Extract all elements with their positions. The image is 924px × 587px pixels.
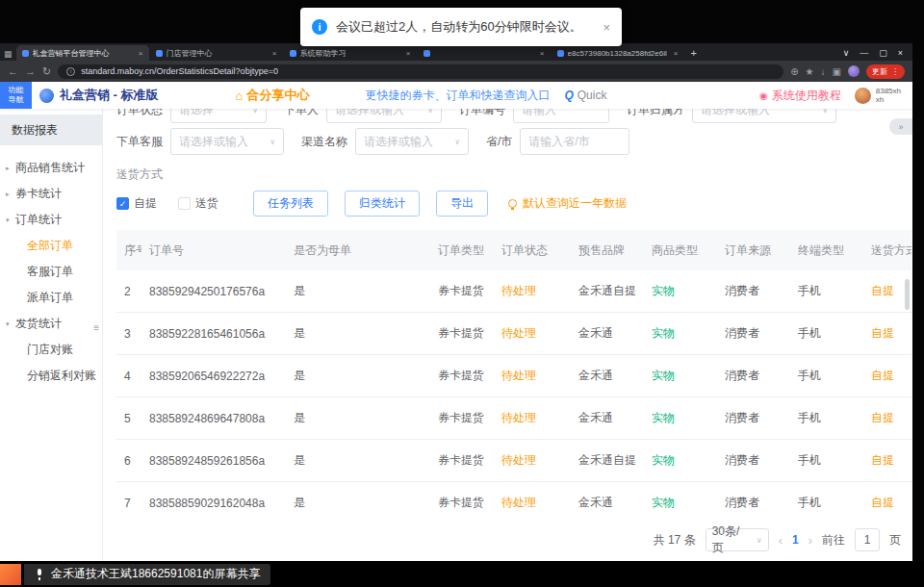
sidebar-collapse-icon[interactable]: ≡: [93, 322, 99, 333]
filter-input[interactable]: 请输入省/市: [520, 128, 629, 155]
filter-label: 下单客服: [116, 134, 163, 150]
sidebar-item[interactable]: 客服订单: [0, 259, 102, 285]
filter-select[interactable]: 请选择或输入∨: [692, 109, 836, 123]
sidebar-item[interactable]: 派单订单: [0, 285, 102, 311]
table-row[interactable]: 283859294250176576a是券卡提货待处理金禾通自提实物消费者手机自…: [116, 270, 911, 313]
filter-select[interactable]: 请选择或输入∨: [170, 128, 284, 155]
toast-close-icon[interactable]: ×: [603, 20, 610, 35]
goto-label: 前往: [822, 532, 845, 549]
screen: i 会议已超过2人，自动转为60分钟限时会议。 × ▦ 礼盒营销平台管理中心×门…: [0, 0, 924, 587]
table-row[interactable]: 383859228165461056a是券卡提货待处理金禾通实物消费者手机自提: [116, 313, 911, 355]
filter-select[interactable]: 请选择∨: [170, 109, 267, 123]
sidebar-item[interactable]: 全部订单: [0, 233, 102, 259]
table-row[interactable]: 483859206546922272a是券卡提货待处理金禾通实物消费者手机自提: [116, 355, 911, 397]
forward-icon[interactable]: →: [25, 65, 36, 77]
placeholder-text: 请选择或输入: [364, 134, 433, 150]
delivery-checkbox[interactable]: 送货: [178, 195, 218, 212]
function-nav-toggle[interactable]: 功能 导航: [0, 82, 32, 109]
goto-unit: 页: [889, 532, 901, 549]
browser-tab[interactable]: 礼盒营销平台管理中心×: [16, 45, 149, 61]
update-button[interactable]: 更新 ⋮: [866, 64, 905, 79]
table-cell: 是: [286, 283, 430, 299]
table-row[interactable]: 783858859029162048a是券卡提货待处理金禾通实物消费者手机自提: [116, 482, 911, 517]
filter-select[interactable]: 请选择或输入∨: [326, 109, 442, 123]
filter-label: 订单状态: [116, 109, 163, 118]
table-row[interactable]: 683858924859261856a是券卡提货待处理金禾通自提实物消费者手机自…: [116, 440, 911, 482]
action-button[interactable]: 归类统计: [345, 191, 420, 217]
column-header: 终端类型: [790, 242, 863, 259]
window-close-icon[interactable]: ×: [898, 48, 903, 58]
sidebar-item[interactable]: ▾发货统计: [0, 311, 102, 337]
prev-page-icon[interactable]: ‹: [779, 533, 783, 548]
table-cell: 金禾通自提: [571, 283, 644, 299]
user-menu[interactable]: 8385xh xh: [855, 87, 901, 104]
share-center-icon: ⌂: [236, 89, 244, 103]
profile-avatar[interactable]: [848, 65, 860, 77]
share-page-icon[interactable]: ⊕: [790, 66, 798, 77]
tab-close-icon[interactable]: ×: [139, 49, 143, 58]
share-center-link[interactable]: ⌂ 合分享中心: [236, 87, 310, 104]
table-cell: 2: [116, 285, 141, 298]
microphone-icon: [35, 569, 44, 580]
page-size-select[interactable]: 30条/页 ∨: [706, 528, 769, 551]
filter-label: 订单归属方: [627, 109, 684, 118]
current-page[interactable]: 1: [792, 533, 799, 547]
share-avatar: [0, 564, 21, 585]
next-page-icon[interactable]: ›: [808, 533, 812, 548]
filter-input[interactable]: 请输入: [513, 109, 609, 123]
site-info-icon[interactable]: i: [66, 67, 75, 76]
extensions-icon[interactable]: ▣: [833, 66, 841, 77]
tab-close-icon[interactable]: ×: [540, 49, 545, 58]
delivery-options: ✓自提送货: [116, 195, 240, 212]
sidebar-item[interactable]: ▸券卡统计: [0, 181, 102, 207]
table-cell: 83859206546922272a: [141, 370, 286, 383]
chevron-icon: ▾: [6, 217, 15, 224]
sidebar-item[interactable]: 分销返利对账: [0, 363, 102, 389]
chevron-down-icon: ∨: [427, 109, 433, 115]
filter-label: 订单编号: [459, 109, 505, 118]
bookmark-star-icon[interactable]: ★: [806, 66, 814, 77]
browser-tab[interactable]: e8c573980b1328a258fd2e6il×: [552, 45, 684, 61]
download-icon[interactable]: ↓: [821, 66, 826, 77]
table-cell: 是: [286, 410, 430, 426]
tutorial-link[interactable]: ◉ 系统使用教程: [759, 88, 841, 104]
checkbox-label: 自提: [134, 195, 157, 212]
chevron-down-icon: ∨: [757, 536, 762, 545]
chevron-down-icon: ∨: [454, 138, 460, 146]
browser-tab[interactable]: 门店管理中心×: [150, 45, 283, 61]
action-button[interactable]: 导出: [436, 191, 488, 217]
tab-close-icon[interactable]: ×: [406, 49, 411, 58]
action-button[interactable]: 任务列表: [253, 191, 328, 217]
tab-close-icon[interactable]: ×: [674, 49, 679, 58]
browser-tab[interactable]: ×: [418, 45, 551, 61]
placeholder-text: 请输入: [522, 109, 556, 118]
tab-search-icon[interactable]: ∨: [843, 48, 850, 58]
table-cell: 是: [286, 452, 430, 469]
delivery-checkbox[interactable]: ✓自提: [116, 195, 157, 212]
sidebar-section-title: 数据报表: [0, 115, 102, 145]
checkbox-label: 送货: [195, 195, 218, 212]
quick-search[interactable]: Q Quick: [564, 89, 606, 102]
maximize-icon[interactable]: ▢: [879, 48, 887, 58]
reload-icon[interactable]: ↻: [42, 65, 51, 78]
tab-close-icon[interactable]: ×: [272, 49, 277, 58]
minimize-icon[interactable]: —: [860, 48, 868, 58]
goto-page-input[interactable]: 1: [855, 528, 880, 551]
address-bar[interactable]: i standard.maboy.cn/OrderStatisticsDetai…: [58, 64, 783, 79]
sidebar-item[interactable]: ▾订单统计: [0, 207, 102, 233]
sidebar-item[interactable]: 门店对账: [0, 337, 102, 363]
new-tab-button[interactable]: +: [691, 47, 697, 59]
filter-select[interactable]: 请选择或输入∨: [355, 128, 469, 155]
back-icon[interactable]: ←: [8, 65, 18, 77]
quick-entry-link[interactable]: 更快捷的券卡、订单和快递查询入口: [365, 88, 550, 104]
expand-filters-button[interactable]: »: [889, 118, 912, 135]
table-cell: 券卡提货: [430, 495, 494, 511]
browser-tab[interactable]: 系统帮助学习×: [284, 45, 417, 61]
delivery-filter: 送货方式 ✓自提送货 任务列表归类统计导出 默认查询近一年数据: [116, 166, 912, 217]
table-row[interactable]: 583858924869647808a是券卡提货待处理金禾通实物消费者手机自提: [116, 397, 911, 440]
table-cell: 自提: [863, 495, 911, 511]
vertical-scrollbar[interactable]: [905, 279, 910, 310]
table-cell: 自提: [863, 325, 911, 342]
sidebar-item[interactable]: ▸商品销售统计: [0, 155, 102, 181]
tab-grid-icon[interactable]: ▦: [4, 49, 13, 59]
